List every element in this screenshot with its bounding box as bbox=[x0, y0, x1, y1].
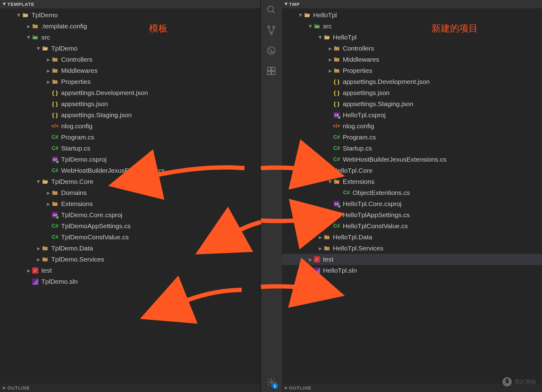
outline-header-left[interactable]: ▶ OUTLINE bbox=[0, 384, 261, 392]
csproj-file-icon bbox=[333, 111, 340, 119]
settings-gear-icon[interactable]: 1 bbox=[266, 377, 277, 388]
tree-item-label: Extensions bbox=[343, 178, 375, 185]
tree-file-item[interactable]: C#Program.cs bbox=[282, 132, 542, 143]
tree-folder-item[interactable]: ▶Domains bbox=[0, 187, 261, 198]
tree-file-item[interactable]: { }appsettings.Development.json bbox=[0, 87, 261, 98]
svg-rect-7 bbox=[268, 67, 271, 71]
tree-item-label: appsettings.Development.json bbox=[343, 78, 430, 85]
section-title: TEMPLATE bbox=[7, 2, 35, 7]
tree-folder-item[interactable]: ▶.template.config bbox=[0, 21, 261, 32]
tree-folder-item[interactable]: ▶TplDemo.Services bbox=[0, 254, 261, 265]
tree-folder-item[interactable]: ▶Middlewares bbox=[0, 65, 261, 76]
tree-file-item[interactable]: HelloTpl.Core.csproj bbox=[282, 198, 542, 209]
tree-file-item[interactable]: C#Startup.cs bbox=[0, 143, 261, 154]
tree-file-item[interactable]: </>nlog.config bbox=[282, 121, 542, 132]
tree-folder-item[interactable]: ▶Controllers bbox=[0, 54, 261, 65]
tree-item-label: TplDemo.Data bbox=[51, 245, 93, 252]
tree-item-label: Program.cs bbox=[343, 134, 376, 141]
tree-file-item[interactable]: C#HelloTplConstValue.cs bbox=[282, 221, 542, 232]
tree-item-label: Startup.cs bbox=[343, 145, 372, 152]
chevron-down-icon: ▶ bbox=[298, 12, 303, 18]
tree-file-item[interactable]: HelloTpl.sln bbox=[282, 265, 542, 276]
folder-icon bbox=[41, 245, 49, 252]
tree-file-item[interactable]: C#WebHostBuilderJexusExtensions.cs bbox=[282, 154, 542, 165]
folder-icon bbox=[333, 67, 340, 74]
tree-folder-item[interactable]: ▶test bbox=[282, 254, 542, 265]
chevron-right-icon: ▶ bbox=[327, 57, 333, 62]
source-control-icon[interactable] bbox=[266, 25, 277, 36]
tree-item-label: HelloTpl.Core.csproj bbox=[343, 200, 402, 208]
folder-open-icon bbox=[323, 167, 331, 174]
tree-folder-item[interactable]: ▶HelloTpl.Services bbox=[282, 243, 542, 254]
tree-folder-item[interactable]: ▶TplDemo bbox=[0, 10, 261, 21]
tree-folder-item[interactable]: ▶HelloTpl.Core bbox=[282, 165, 542, 176]
tree-folder-item[interactable]: ▶Extensions bbox=[0, 198, 261, 209]
tree-folder-item[interactable]: ▶TplDemo.Core bbox=[0, 176, 261, 187]
tree-folder-item[interactable]: ▶HelloTpl bbox=[282, 32, 542, 43]
tree-folder-item[interactable]: ▶test bbox=[0, 265, 261, 276]
svg-line-2 bbox=[273, 11, 275, 13]
chevron-down-icon: ▶ bbox=[318, 168, 323, 173]
tree-file-item[interactable]: { }appsettings.Staging.json bbox=[282, 98, 542, 109]
tree-folder-item[interactable]: ▶TplDemo bbox=[0, 43, 261, 54]
tree-item-label: HelloTplAppSettings.cs bbox=[343, 211, 410, 219]
test-folder-icon bbox=[31, 267, 39, 274]
tree-file-item[interactable]: HelloTpl.csproj bbox=[282, 109, 542, 121]
tree-item-label: WebHostBuilderJexusExtensions.cs bbox=[61, 167, 165, 174]
tree-folder-item[interactable]: ▶TplDemo.Data bbox=[0, 243, 261, 254]
tree-folder-item[interactable]: ▶Properties bbox=[0, 76, 261, 87]
svg-rect-8 bbox=[272, 67, 275, 71]
tree-file-item[interactable]: { }appsettings.json bbox=[0, 98, 261, 109]
csharp-file-icon: C# bbox=[333, 222, 340, 230]
folder-icon bbox=[323, 245, 331, 252]
tree-file-item[interactable]: </>nlog.config bbox=[0, 121, 261, 132]
tree-folder-item[interactable]: ▶</>src bbox=[282, 21, 542, 32]
debug-icon[interactable] bbox=[266, 45, 277, 56]
tree-item-label: HelloTpl.Core bbox=[333, 167, 373, 174]
tree-file-item[interactable]: C#ObjectExtentions.cs bbox=[282, 187, 542, 198]
tree-folder-item[interactable]: ▶HelloTpl bbox=[282, 10, 542, 21]
chevron-right-icon: ▶ bbox=[285, 386, 288, 390]
tree-item-label: src bbox=[323, 23, 332, 30]
chevron-down-icon: ▶ bbox=[2, 3, 6, 6]
tree-file-item[interactable]: C#Program.cs bbox=[0, 132, 261, 143]
chevron-right-icon: ▶ bbox=[46, 191, 51, 195]
csharp-file-icon: C# bbox=[51, 222, 59, 230]
tree-folder-item[interactable]: ▶Properties bbox=[282, 65, 542, 76]
extensions-icon[interactable] bbox=[266, 65, 277, 76]
tree-file-item[interactable]: C#TplDemoAppSettings.cs bbox=[0, 221, 261, 232]
chevron-right-icon: ▶ bbox=[318, 235, 323, 240]
tree-folder-item[interactable]: ▶HelloTpl.Data bbox=[282, 232, 542, 243]
csproj-file-icon bbox=[333, 200, 340, 208]
svg-text:</>: </> bbox=[33, 36, 37, 39]
tree-item-label: TplDemo.csproj bbox=[61, 156, 106, 163]
tree-file-item[interactable]: TplDemo.sln bbox=[0, 276, 261, 287]
tree-folder-item[interactable]: ▶Controllers bbox=[282, 43, 542, 54]
section-header-tmp[interactable]: ▶ TMP bbox=[282, 0, 542, 8]
chevron-right-icon: ▶ bbox=[308, 257, 313, 262]
tree-folder-item[interactable]: ▶</>src bbox=[0, 32, 261, 43]
tree-file-item[interactable]: { }appsettings.Development.json bbox=[282, 76, 542, 87]
search-icon[interactable] bbox=[266, 4, 277, 15]
tree-file-item[interactable]: TplDemo.csproj bbox=[0, 154, 261, 165]
folder-open-icon bbox=[303, 11, 311, 19]
tree-file-item[interactable]: { }appsettings.json bbox=[282, 87, 542, 98]
tree-item-label: WebHostBuilderJexusExtensions.cs bbox=[343, 156, 447, 163]
tree-item-label: appsettings.json bbox=[343, 89, 390, 97]
tree-file-item[interactable]: C#Startup.cs bbox=[282, 143, 542, 154]
tree-file-item[interactable]: C#TplDemoConstValue.cs bbox=[0, 232, 261, 243]
section-header-template[interactable]: ▶ TEMPLATE bbox=[0, 0, 261, 8]
tree-file-item[interactable]: C#WebHostBuilderJexusExtensions.cs bbox=[0, 165, 261, 176]
tree-file-item[interactable]: C#HelloTplAppSettings.cs bbox=[282, 209, 542, 221]
tree-folder-item[interactable]: ▶Middlewares bbox=[282, 54, 542, 65]
tree-item-label: .template.config bbox=[41, 23, 87, 30]
tree-file-item[interactable]: { }appsettings.Staging.json bbox=[0, 109, 261, 121]
file-tree-right: ▶HelloTpl▶</>src▶HelloTpl▶Controllers▶Mi… bbox=[282, 8, 542, 384]
svg-rect-9 bbox=[268, 71, 271, 75]
tree-folder-item[interactable]: ▶Extensions bbox=[282, 176, 542, 187]
tree-item-label: TplDemo.Core bbox=[51, 178, 94, 185]
csharp-file-icon: C# bbox=[51, 145, 59, 152]
csharp-file-icon: C# bbox=[333, 145, 340, 152]
folder-icon bbox=[333, 56, 340, 63]
tree-file-item[interactable]: TplDemo.Core.csproj bbox=[0, 209, 261, 221]
